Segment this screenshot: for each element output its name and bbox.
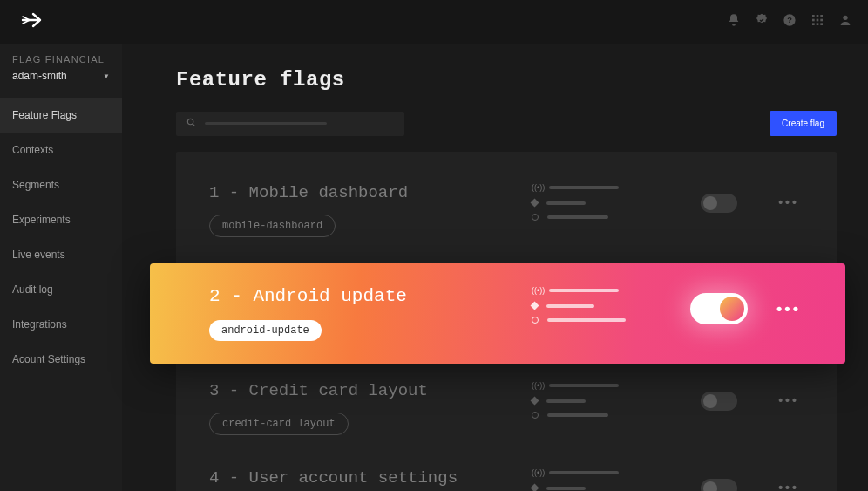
signal-icon: ((•)) [532, 183, 540, 192]
svg-rect-8 [812, 23, 815, 25]
meta-bar [549, 471, 619, 474]
search-placeholder-line [205, 122, 327, 125]
flag-row[interactable]: 3 - Credit card layoutcredit-card layout… [176, 369, 837, 456]
meta-bar [549, 384, 619, 387]
sidebar-nav: Feature FlagsContextsSegmentsExperiments… [0, 98, 122, 377]
flags-list: 1 - Mobile dashboardmobile-dashboard ((•… [176, 152, 837, 491]
arrow-logo-icon [21, 11, 45, 32]
flag-key-pill: credit-card layout [209, 413, 349, 435]
more-actions-icon[interactable]: ••• [776, 300, 801, 318]
svg-rect-9 [817, 23, 819, 25]
svg-rect-2 [812, 15, 815, 17]
sidebar-item-contexts[interactable]: Contexts [0, 133, 122, 167]
flag-meta: ((•)) [532, 468, 671, 491]
sidebar-item-live-events[interactable]: Live events [0, 237, 122, 272]
apps-grid-icon[interactable] [810, 13, 824, 31]
diamond-icon [531, 199, 539, 208]
flag-toggle[interactable] [701, 194, 737, 213]
flag-title: 2 - Android update [209, 286, 532, 306]
flag-row[interactable]: 1 - Mobile dashboardmobile-dashboard ((•… [176, 171, 837, 258]
verified-badge-icon[interactable] [755, 13, 769, 31]
meta-bar [547, 318, 626, 322]
svg-rect-6 [817, 19, 819, 22]
search-input[interactable] [176, 112, 404, 136]
meta-bar [547, 215, 608, 219]
sidebar-item-segments[interactable]: Segments [0, 167, 122, 202]
top-icon-bar: ? [727, 13, 852, 31]
svg-rect-3 [817, 15, 819, 17]
svg-rect-4 [820, 15, 823, 17]
svg-rect-10 [820, 23, 823, 25]
svg-rect-5 [812, 19, 815, 22]
meta-bar [549, 186, 619, 189]
diamond-icon [531, 302, 539, 310]
flag-meta: ((•)) [532, 286, 671, 331]
clock-icon [532, 214, 539, 221]
org-name: FLAG FINANCIAL [12, 54, 110, 65]
help-icon[interactable]: ? [783, 13, 797, 31]
flag-title: 3 - Credit card layout [209, 381, 532, 400]
flag-meta: ((•)) [532, 381, 671, 426]
flag-meta: ((•)) [532, 183, 671, 228]
top-bar: ? [0, 0, 868, 44]
svg-text:?: ? [787, 16, 792, 24]
more-actions-icon[interactable]: ••• [778, 195, 799, 209]
search-icon [186, 118, 196, 130]
flag-key-pill: android-update [209, 320, 322, 341]
project-selector-label: adam-smith [12, 70, 67, 82]
clock-icon [532, 317, 539, 324]
toolbar: Create flag [176, 111, 837, 136]
sidebar-item-audit-log[interactable]: Audit log [0, 272, 122, 307]
svg-rect-7 [820, 19, 823, 22]
flag-toggle[interactable] [701, 392, 737, 411]
clock-icon [532, 412, 539, 419]
signal-icon: ((•)) [532, 468, 540, 477]
svg-line-13 [193, 123, 194, 125]
sidebar: FLAG FINANCIAL adam-smith ▼ Feature Flag… [0, 44, 122, 491]
meta-bar [547, 413, 608, 417]
sidebar-item-experiments[interactable]: Experiments [0, 202, 122, 237]
bell-icon[interactable] [727, 13, 741, 31]
signal-icon: ((•)) [532, 286, 540, 295]
more-actions-icon[interactable]: ••• [778, 481, 799, 491]
brand-logo[interactable] [16, 11, 45, 32]
flag-row[interactable]: 2 - Android updateandroid-update ((•)) •… [150, 263, 845, 364]
flag-toggle[interactable] [701, 479, 737, 491]
meta-bar [546, 399, 586, 403]
flag-key-pill: mobile-dashboard [209, 215, 336, 237]
meta-bar [546, 304, 594, 308]
main-content: Feature flags Create flag 1 - Mobile das… [122, 44, 868, 491]
flag-row[interactable]: 4 - User account settings ((•)) ••• [176, 456, 837, 491]
flag-title: 4 - User account settings [209, 468, 532, 488]
meta-bar [549, 289, 619, 292]
svg-point-12 [187, 119, 193, 124]
sidebar-item-integrations[interactable]: Integrations [0, 307, 122, 342]
meta-bar [546, 201, 586, 205]
svg-point-11 [843, 16, 847, 20]
page-title: Feature flags [176, 68, 837, 92]
flag-toggle[interactable] [690, 293, 748, 324]
diamond-icon [531, 397, 539, 406]
create-flag-button[interactable]: Create flag [770, 111, 837, 136]
signal-icon: ((•)) [532, 381, 540, 390]
more-actions-icon[interactable]: ••• [778, 393, 799, 407]
sidebar-item-feature-flags[interactable]: Feature Flags [0, 98, 122, 133]
chevron-down-icon: ▼ [103, 72, 110, 80]
user-avatar-icon[interactable] [838, 13, 852, 31]
diamond-icon [531, 484, 539, 491]
sidebar-item-acount-settings[interactable]: Acount Settings [0, 342, 122, 377]
flag-title: 1 - Mobile dashboard [209, 183, 532, 202]
meta-bar [546, 487, 586, 490]
project-selector[interactable]: adam-smith ▼ [12, 70, 110, 82]
